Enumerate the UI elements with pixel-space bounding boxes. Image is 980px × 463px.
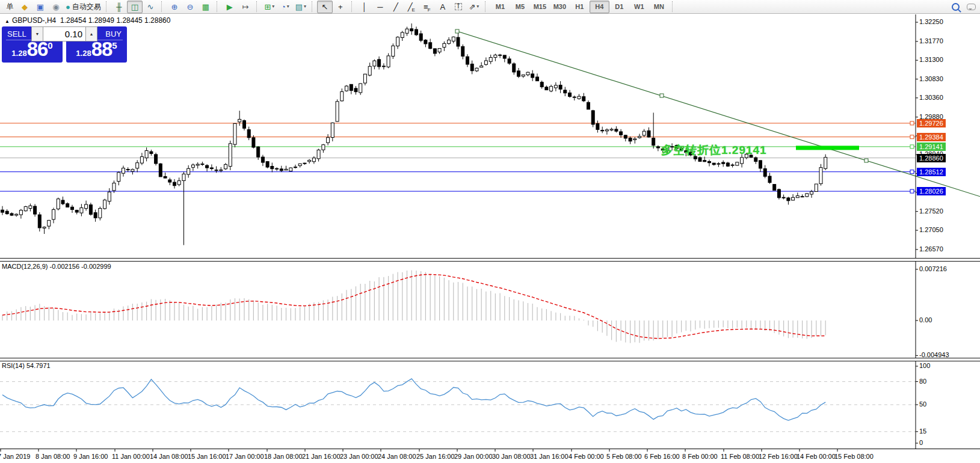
price-tick-label: 1.27520 xyxy=(919,207,943,215)
chat-icon xyxy=(967,4,976,10)
timeframe-button-m30[interactable]: M30 xyxy=(550,1,570,13)
rsi-tick-label: 50 xyxy=(919,400,926,408)
periods-button[interactable]: ◔▾ xyxy=(277,1,293,13)
macd-tick-label: 0.00 xyxy=(919,316,932,323)
text-label-icon: T xyxy=(455,3,462,10)
price-tick-label: 1.30360 xyxy=(919,94,943,101)
timeframe-button-w1[interactable]: W1 xyxy=(629,1,649,13)
price-tick-label: 1.31770 xyxy=(919,37,943,44)
lot-decrease-button[interactable]: ▼ xyxy=(31,26,43,41)
bar-chart-icon[interactable]: ╫ xyxy=(111,1,127,13)
chat-icon[interactable] xyxy=(963,1,979,13)
arrows-icon: ⇗ xyxy=(469,3,475,11)
text-icon[interactable]: A xyxy=(435,1,451,13)
one-click-trading-panel: SELL 1.28860 BUY 1.28885 ▼ ▲ xyxy=(2,26,127,63)
zoom-in-icon[interactable]: ⊕ xyxy=(167,1,182,13)
time-tick-label: 8 Feb 00:00 xyxy=(682,453,718,460)
autotrading-button[interactable]: ●自动交易 xyxy=(64,1,103,13)
autotrading-button: ● xyxy=(66,3,70,11)
timeframe-button-m5[interactable]: M5 xyxy=(510,1,530,13)
lot-increase-button[interactable]: ▲ xyxy=(85,26,97,41)
toolbar-separator xyxy=(351,1,354,12)
chart-text-annotation: 多空转折位1.29141 xyxy=(661,143,767,158)
dropdown-caret-icon[interactable]: ▾ xyxy=(287,4,289,9)
bar-chart-icon: ╫ xyxy=(116,3,122,11)
vertical-line-icon: │ xyxy=(362,3,367,11)
horizontal-line-icon[interactable]: ─ xyxy=(372,1,388,13)
indicators-button: ⊞ xyxy=(264,3,271,11)
crosshair-icon[interactable]: + xyxy=(333,1,348,13)
market-watch-icon[interactable]: ◆ xyxy=(17,1,32,13)
auto-scroll-icon[interactable]: ▶ xyxy=(222,1,238,13)
timeframe-button-d1[interactable]: D1 xyxy=(609,1,629,13)
pane-divider-macd[interactable] xyxy=(0,258,980,262)
dropdown-caret-icon[interactable]: ▾ xyxy=(476,4,479,9)
time-tick-label: 29 Jan 00:00 xyxy=(454,453,493,460)
dropdown-caret-icon[interactable]: ▾ xyxy=(272,4,274,9)
time-tick-label: 30 Jan 08:00 xyxy=(492,453,531,460)
template-button[interactable]: ▤▾ xyxy=(293,1,309,13)
search-icon[interactable] xyxy=(948,1,963,13)
toolbar-separator xyxy=(217,1,220,12)
market-watch-icon: ◆ xyxy=(22,3,28,11)
time-tick-label: 24 Jan 08:00 xyxy=(378,453,416,460)
toolbar-separator xyxy=(106,1,109,12)
time-axis-border xyxy=(0,449,980,449)
timeframe-button-m15[interactable]: M15 xyxy=(530,1,550,13)
toolbar-separator xyxy=(672,1,675,12)
price-level-badge: 1.29141 xyxy=(917,143,946,151)
ohlc-values: 1.28454 1.28949 1.28445 1.28860 xyxy=(60,16,171,25)
zoom-out-icon[interactable]: ⊖ xyxy=(182,1,198,13)
candlestick-chart-icon: ◫ xyxy=(131,3,138,11)
chart-canvas[interactable] xyxy=(0,0,980,463)
chart-shift-icon[interactable]: ↦ xyxy=(238,1,253,13)
price-level-badge: 1.29384 xyxy=(917,133,946,141)
timeframe-button-h4[interactable]: H4 xyxy=(590,1,609,13)
tile-windows-icon: ▦ xyxy=(202,3,209,11)
chart-shift-icon: ↦ xyxy=(242,3,248,11)
macd-tick-label: -0.004943 xyxy=(919,351,949,358)
navigator-icon[interactable]: ◉ xyxy=(48,1,64,13)
text-label-icon[interactable]: T xyxy=(451,1,466,13)
new-order-button-label: 单 xyxy=(7,3,14,10)
timeframe-button-m1[interactable]: M1 xyxy=(490,1,510,13)
fibonacci-icon[interactable]: ≡F xyxy=(419,1,435,13)
time-tick-label: 14 Jan 08:00 xyxy=(150,453,188,460)
zoom-in-icon: ⊕ xyxy=(171,3,177,11)
toolbar-separator xyxy=(256,1,259,12)
arrows-icon[interactable]: ⇗▾ xyxy=(466,1,482,13)
indicators-button[interactable]: ⊞▾ xyxy=(262,1,277,13)
tile-windows-icon[interactable]: ▦ xyxy=(198,1,214,13)
rsi-tick-label: 80 xyxy=(919,378,926,385)
horizontal-line-icon: ─ xyxy=(377,3,383,11)
macd-tick-label: 0.007216 xyxy=(919,265,947,272)
candlestick-chart-icon[interactable]: ◫ xyxy=(127,1,143,13)
time-tick-label: 15 Jan 16:00 xyxy=(188,453,226,460)
line-chart-icon[interactable]: ∿ xyxy=(143,1,158,13)
time-tick-label: 15 Feb 08:00 xyxy=(834,453,874,460)
time-tick-label: 12 Feb 16:00 xyxy=(759,453,798,460)
new-order-button[interactable]: 单 xyxy=(1,1,17,13)
data-window-icon[interactable]: ▣ xyxy=(32,1,48,13)
timeframe-button-h1[interactable]: H1 xyxy=(570,1,590,13)
timeframe-button-mn[interactable]: MN xyxy=(649,1,669,13)
time-tick-label: 9 Jan 16:00 xyxy=(73,453,108,460)
trendline-icon[interactable]: ╱ xyxy=(388,1,404,13)
search-icon xyxy=(952,3,960,11)
price-level-badge: 1.28512 xyxy=(917,168,946,176)
template-button: ▤ xyxy=(295,3,303,11)
lot-size-input[interactable] xyxy=(43,26,85,41)
current-price-badge: 1.28860 xyxy=(917,154,946,162)
lot-size-control: ▼ ▲ xyxy=(31,26,97,41)
data-window-icon: ▣ xyxy=(37,3,44,11)
collapse-panel-icon[interactable]: ▲ xyxy=(5,19,10,24)
pane-divider-rsi[interactable] xyxy=(0,358,980,361)
cursor-icon[interactable]: ↖ xyxy=(317,1,333,13)
rsi-tick-label: 15 xyxy=(919,428,926,435)
vertical-line-icon[interactable]: │ xyxy=(357,1,372,13)
caret-up-icon: ▲ xyxy=(90,32,94,36)
equidistant-channel-icon[interactable]: ╱E xyxy=(404,1,419,13)
chart-title: ▲GBPUSD-,H4 1.28454 1.28949 1.28445 1.28… xyxy=(5,16,170,25)
dropdown-caret-icon[interactable]: ▾ xyxy=(304,4,306,9)
navigator-icon: ◉ xyxy=(52,3,59,11)
